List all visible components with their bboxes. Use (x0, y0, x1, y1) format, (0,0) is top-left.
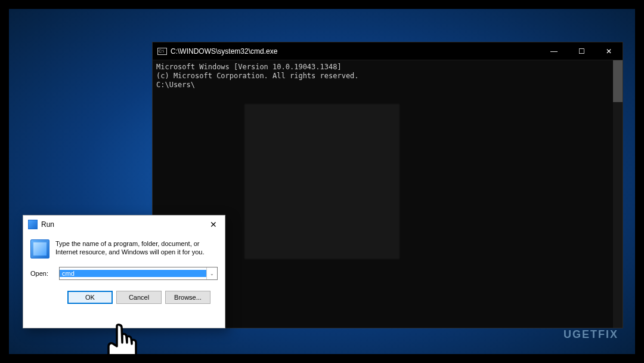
close-button[interactable]: ✕ (202, 216, 225, 233)
cmd-line: Microsoft Windows [Version 10.0.19043.13… (156, 63, 619, 72)
maximize-button[interactable]: ☐ (568, 42, 595, 60)
run-description: Type the name of a program, folder, docu… (55, 239, 218, 259)
ok-button[interactable]: OK (67, 291, 113, 304)
cmd-titlebar[interactable]: C:\ C:\WINDOWS\system32\cmd.exe — ☐ ✕ (153, 42, 623, 60)
run-titlebar[interactable]: Run ✕ (23, 216, 225, 233)
cmd-icon: C:\ (157, 48, 167, 55)
scrollbar-thumb[interactable] (613, 60, 623, 102)
cmd-line: (c) Microsoft Corporation. All rights re… (156, 72, 619, 81)
chevron-down-icon[interactable]: ⌄ (206, 267, 217, 279)
cmd-scrollbar[interactable] (613, 60, 623, 328)
run-app-icon (30, 239, 49, 259)
cmd-title: C:\WINDOWS\system32\cmd.exe (171, 47, 540, 56)
cmd-line: C:\Users\ (156, 81, 619, 90)
run-icon (28, 220, 38, 229)
minimize-button[interactable]: — (540, 42, 568, 60)
open-input[interactable] (60, 270, 206, 277)
open-label: Open: (30, 270, 54, 277)
run-dialog: Run ✕ Type the name of a program, folder… (23, 215, 225, 328)
browse-button[interactable]: Browse... (165, 291, 210, 304)
close-button[interactable]: ✕ (595, 42, 623, 60)
run-title: Run (41, 220, 202, 229)
watermark: UGETFIX (564, 328, 618, 341)
desktop-background: C:\ C:\WINDOWS\system32\cmd.exe — ☐ ✕ Mi… (9, 9, 635, 354)
cancel-button[interactable]: Cancel (116, 291, 162, 304)
open-combobox[interactable]: ⌄ (59, 267, 218, 280)
